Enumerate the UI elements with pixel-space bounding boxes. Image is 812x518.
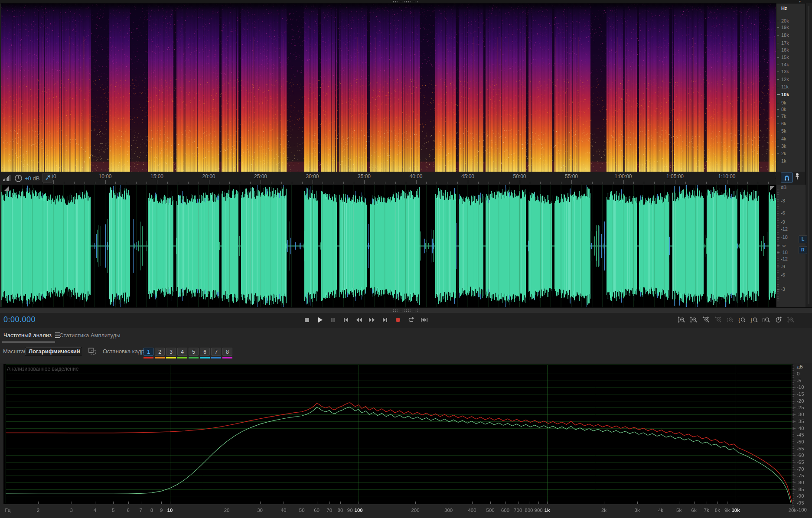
ruler-tick — [623, 180, 624, 184]
drag-handle-dots[interactable] — [392, 309, 417, 312]
marker-pin-button[interactable] — [794, 173, 801, 183]
clock-icon[interactable] — [14, 174, 23, 182]
freq-axis-label: 6k — [781, 121, 786, 126]
channel-left-button[interactable]: L — [799, 235, 807, 243]
db-axis-label: -50 — [797, 439, 804, 444]
axis-tick — [777, 259, 779, 259]
amplitude-axis-label: -18 — [781, 235, 788, 240]
db-axis-label: -80 — [797, 480, 804, 485]
db-axis-label: -40 — [797, 426, 804, 431]
waveform-display[interactable] — [1, 185, 776, 307]
freq-axis-label: 13k — [781, 69, 789, 74]
snap-toggle-button[interactable] — [781, 173, 793, 182]
db-axis-tick — [792, 435, 796, 435]
ruler-time-label: 1:10:00 — [718, 173, 735, 179]
skip-selection-button[interactable] — [420, 316, 427, 323]
timer-zoom-button[interactable] — [775, 316, 782, 323]
ruler-tick — [364, 180, 365, 184]
skip-to-end-button[interactable] — [381, 316, 388, 323]
hold-frame-button-3[interactable]: 3 — [166, 348, 176, 358]
axis-tick — [777, 146, 779, 147]
hz-axis-label: 9k — [724, 508, 730, 513]
spectral-split-handle-left[interactable] — [4, 186, 9, 191]
ruler-time-label: 25:00 — [254, 173, 267, 179]
hz-axis-tick — [284, 502, 284, 504]
freq-axis-label: Hz — [781, 6, 787, 11]
db-axis-tick — [792, 407, 796, 408]
zoom-full-button[interactable] — [787, 316, 794, 323]
zoom-in-horizontal-button[interactable] — [702, 316, 709, 323]
hz-axis-label: 100 — [354, 508, 362, 513]
zoom-out-vertical-button[interactable] — [690, 316, 697, 323]
hold-frame-button-2[interactable]: 2 — [155, 348, 165, 358]
magnet-icon — [783, 174, 790, 181]
hz-axis-label: 500 — [486, 508, 495, 513]
timeline-ruler[interactable]: 0010:0015:0020:0025:0030:0035:0040:0045:… — [0, 172, 776, 185]
ruler-tick — [582, 182, 582, 184]
ruler-tick — [530, 182, 530, 184]
axis-tick — [777, 79, 779, 80]
spectrogram-display[interactable] — [1, 3, 776, 172]
db-axis-label: -45 — [797, 432, 804, 437]
hz-axis-label: 1k — [545, 508, 550, 513]
zoom-to-out-point-icon: } — [750, 316, 758, 324]
copy-settings-button[interactable] — [88, 347, 96, 357]
hold-frame-button-4[interactable]: 4 — [177, 348, 187, 358]
panel-top-edge — [0, 0, 812, 3]
hz-axis-label: 70 — [326, 508, 332, 513]
ruler-tick — [675, 180, 675, 184]
spectral-frequency-axis: Hz20k19k18k17k16k15k14k13k12k11k10k9k8k7… — [776, 3, 805, 172]
ruler-tick — [64, 182, 64, 184]
zoom-in-vertical-button[interactable] — [678, 316, 685, 323]
db-axis-tick — [792, 421, 796, 422]
zoom-out-horizontal-button[interactable] — [714, 316, 721, 323]
pause-button[interactable] — [329, 316, 336, 323]
amplitude-axis-label: -9 — [781, 219, 785, 225]
hold-frame-button-7[interactable]: 7 — [211, 348, 221, 358]
tab-amplitude-statistics[interactable]: Статистика Амплитуды — [59, 332, 120, 339]
playhead-marker-button[interactable] — [42, 173, 52, 182]
hz-axis-label: 5k — [676, 508, 682, 513]
tab-frequency-analysis[interactable]: Частотный анализ — [3, 332, 60, 339]
zoom-reset-button[interactable] — [726, 316, 734, 323]
ruler-tick — [53, 180, 54, 184]
panel-menu-arrow-icon[interactable]: ▾ — [799, 0, 801, 3]
channel-right-button[interactable]: R — [799, 246, 807, 254]
zoom-to-in-point-button[interactable]: { — [738, 316, 746, 323]
axis-tick — [777, 43, 779, 43]
hz-axis-label: 60 — [314, 508, 320, 513]
level-meter-icon[interactable] — [3, 175, 12, 182]
ruler-tick — [468, 180, 468, 184]
scale-dropdown[interactable]: Логарифмический — [25, 347, 82, 356]
rewind-button[interactable] — [355, 316, 362, 323]
fast-forward-button[interactable] — [368, 316, 375, 323]
zoom-to-selection-button[interactable]: {} — [763, 316, 770, 323]
freq-axis-label: 14k — [781, 62, 789, 67]
amplitude-axis-label: -12 — [781, 256, 788, 261]
time-display[interactable]: 0:00.000 — [3, 315, 36, 324]
play-button[interactable] — [316, 316, 323, 323]
frequency-analysis-plot[interactable] — [3, 364, 792, 504]
skip-to-start-button[interactable] — [342, 316, 349, 323]
freq-axis-label: 2k — [781, 151, 786, 156]
zoom-to-out-point-button[interactable]: } — [750, 316, 758, 323]
hold-frame-button-1[interactable]: 1 — [143, 348, 153, 358]
ruler-tick — [499, 182, 499, 184]
hold-frame-button-6[interactable]: 6 — [200, 348, 210, 358]
db-axis-tick — [792, 455, 796, 456]
drag-handle-dots[interactable] — [392, 0, 417, 3]
stop-button[interactable] — [303, 316, 310, 323]
freq-axis-label: 15k — [781, 55, 789, 60]
amplitude-axis-label: -3 — [781, 198, 785, 203]
editor-vertical-scrollbar[interactable] — [805, 3, 812, 308]
loop-playback-button[interactable] — [407, 316, 414, 323]
fast-forward-icon — [368, 316, 375, 323]
hz-axis-tick — [340, 502, 341, 504]
record-button[interactable] — [394, 316, 401, 323]
spectral-split-handle-right[interactable] — [770, 186, 775, 191]
hold-frame-button-8[interactable]: 8 — [222, 348, 232, 358]
ruler-time-label: 50:00 — [513, 173, 526, 179]
hold-frame-button-5[interactable]: 5 — [189, 348, 199, 358]
gain-display[interactable]: +0 dB — [25, 175, 39, 182]
db-axis-label: -95 — [797, 500, 804, 505]
